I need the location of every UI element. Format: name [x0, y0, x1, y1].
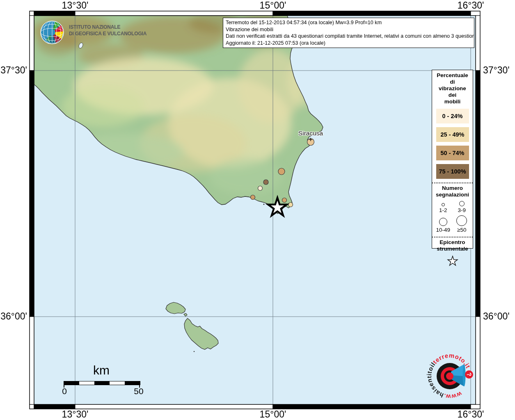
- legend-count-item: 3-9: [453, 201, 472, 213]
- info-box: Terremoto del 15-12-2013 04:57:34 (ora l…: [223, 18, 474, 48]
- latitude-label-right: 37°30': [483, 65, 510, 75]
- scalebar-segment: [79, 381, 94, 385]
- count-label: 3-9: [458, 207, 466, 213]
- longitude-label-top: 13°30': [62, 0, 89, 11]
- ingv-wordmark: ISTITUTO NAZIONALE DI GEOFISICA E VULCAN…: [69, 24, 146, 37]
- scalebar-start-label: 0: [62, 386, 67, 396]
- legend-divider: [432, 237, 473, 237]
- scalebar-segment: [94, 381, 110, 385]
- legend-title-line: dei: [432, 92, 473, 98]
- legend-count-item: ≥50: [453, 215, 472, 233]
- city-label-siracusa: Siracusa: [298, 130, 323, 137]
- info-updated-line: Aggiornato il: 21-12-2025 07:53 (ora loc…: [226, 40, 472, 47]
- scalebar-segment: [110, 381, 125, 385]
- count-label: 1-2: [439, 207, 447, 213]
- ingv-name-line1: ISTITUTO NAZIONALE: [69, 24, 146, 30]
- count-circle-icon: [459, 201, 465, 206]
- latitude-label-right: 36°00': [483, 311, 510, 322]
- info-data-line: Dati non verificati estratti da 43 quest…: [226, 33, 472, 40]
- info-event-line: Terremoto del 15-12-2013 04:57:34 (ora l…: [226, 19, 472, 26]
- legend-counts: 1-23-910-49≥50: [432, 198, 473, 233]
- legend-class-swatch: 0 - 24%: [436, 109, 469, 123]
- legend-class-swatch: 50 - 74%: [436, 146, 469, 160]
- legend-star-icon: [446, 255, 459, 268]
- legend-title-line: mobili: [432, 98, 473, 105]
- longitude-label-top: 15°00': [260, 0, 286, 11]
- legend-title: Percentualedivibrazionedeimobili: [432, 70, 473, 105]
- earthquake-map-image: ? www.haisentitoilterremoto.it ISTITUTO …: [0, 0, 515, 420]
- legend-count-item: 10-49: [434, 218, 453, 233]
- count-circle-icon: [442, 203, 445, 206]
- scalebar: [64, 381, 140, 385]
- legend-counts-title: Numero segnalazioni: [432, 185, 473, 198]
- count-circle-icon: [456, 215, 467, 226]
- ingv-name-line2: DI GEOFISICA E VULCANOLOGIA: [69, 30, 146, 37]
- longitude-label-top: 16°30': [458, 0, 484, 11]
- info-question-line: Vibrazione dei mobili: [226, 26, 472, 33]
- count-circle-icon: [439, 218, 447, 226]
- latitude-label-left: 37°30': [0, 65, 27, 75]
- latitude-label-left: 36°00': [0, 311, 27, 322]
- legend-title-line: di: [432, 79, 473, 85]
- legend-epicenter-title: Epicentro strumentale: [432, 239, 473, 252]
- legend-title-line: Percentuale: [432, 72, 473, 79]
- longitude-label-bottom: 15°00': [260, 409, 286, 420]
- count-label: ≥50: [457, 227, 466, 233]
- legend-swatches: 0 - 24%25 - 49%50 - 74%75 - 100%: [432, 109, 473, 179]
- scalebar-unit: km: [93, 363, 110, 377]
- count-label: 10-49: [436, 227, 450, 233]
- legend-divider: [432, 183, 473, 183]
- legend-count-item: 1-2: [434, 203, 453, 213]
- scalebar-segment: [64, 381, 79, 385]
- legend-class-swatch: 75 - 100%: [436, 164, 469, 179]
- legend-title-line: vibrazione: [432, 85, 473, 92]
- overlays: ISTITUTO NAZIONALE DI GEOFISICA E VULCAN…: [0, 0, 515, 420]
- longitude-label-bottom: 13°30': [62, 409, 89, 420]
- legend-class-swatch: 25 - 49%: [436, 127, 469, 142]
- longitude-label-bottom: 16°30': [458, 409, 484, 420]
- scalebar-segment: [125, 381, 140, 385]
- scalebar-end-label: 50: [134, 386, 143, 396]
- legend: Percentualedivibrazionedeimobili 0 - 24%…: [432, 70, 473, 249]
